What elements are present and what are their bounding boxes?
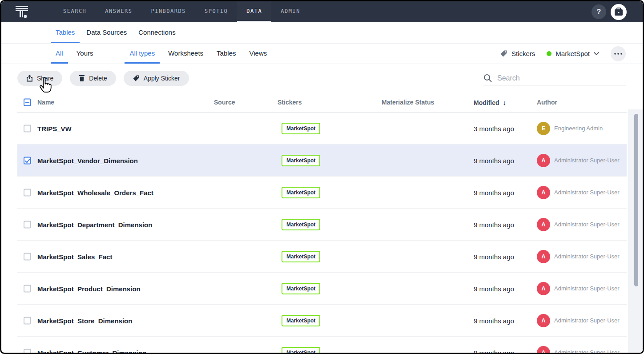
column-header-modified[interactable]: Modified ↓	[474, 99, 506, 106]
table-body: TRIPS_VW MarketSpot 3 months ago E Engin…	[17, 113, 627, 354]
scrollbar-thumb[interactable]	[634, 114, 638, 286]
table-row[interactable]: TRIPS_VW MarketSpot 3 months ago E Engin…	[17, 113, 627, 145]
sort-desc-arrow-icon[interactable]: ↓	[503, 99, 507, 106]
nav-item-search[interactable]: SEARCH	[54, 1, 96, 22]
row-checkbox[interactable]	[24, 317, 31, 324]
nav-item-data[interactable]: DATA	[237, 1, 271, 22]
sticker-filter-dropdown[interactable]: MarketSpot	[547, 50, 599, 57]
filter-yours[interactable]: Yours	[72, 44, 98, 64]
row-name[interactable]: MarketSpot_Customer_Dimension	[37, 349, 146, 354]
row-name[interactable]: MarketSpot_Product_Dimension	[37, 285, 141, 292]
sticker-badge: MarketSpot	[282, 155, 320, 166]
row-modified: 9 months ago	[474, 253, 514, 260]
nav-item-spotiq[interactable]: SPOTIQ	[195, 1, 237, 22]
user-avatar[interactable]	[611, 4, 627, 20]
table-row[interactable]: MarketSpot_Wholesale_Orders_Fact MarketS…	[17, 177, 627, 209]
table-row[interactable]: MarketSpot_Store_Dimension MarketSpot 9 …	[17, 305, 627, 337]
row-checkbox[interactable]	[24, 253, 31, 260]
app-window: SEARCH ANSWERS PINBOARDS SPOTIQ DATA ADM…	[0, 0, 644, 354]
tag-icon	[500, 50, 507, 57]
sticker-filter-label: MarketSpot	[555, 50, 590, 57]
row-author: E Engineering Admin	[537, 122, 603, 135]
search-icon	[483, 74, 492, 82]
filter-all[interactable]: All	[51, 44, 68, 64]
row-modified: 9 months ago	[474, 349, 514, 354]
tag-icon	[133, 75, 140, 82]
filter-tables[interactable]: Tables	[212, 44, 241, 64]
tab-tables[interactable]: Tables	[51, 22, 80, 43]
search-box	[483, 71, 626, 85]
author-name: Engineering Admin	[554, 125, 603, 132]
nav-item-answers[interactable]: ANSWERS	[96, 1, 141, 22]
search-input[interactable]	[497, 74, 626, 82]
filter-worksheets[interactable]: Worksheets	[163, 44, 208, 64]
author-avatar: A	[537, 314, 550, 327]
author-name: Administrator Super-User	[554, 317, 620, 324]
author-avatar: A	[537, 154, 550, 167]
column-header-name[interactable]: Name	[37, 99, 54, 106]
row-checkbox[interactable]	[24, 221, 31, 228]
tab-data-sources[interactable]: Data Sources	[81, 22, 132, 43]
ellipsis-icon	[614, 53, 622, 55]
row-modified: 9 months ago	[474, 285, 514, 292]
nav-item-admin[interactable]: ADMIN	[271, 1, 310, 22]
apply-sticker-label: Apply Sticker	[144, 75, 180, 82]
row-name[interactable]: MarketSpot_Sales_Fact	[37, 253, 112, 260]
row-modified: 9 months ago	[474, 157, 514, 164]
share-label: Share	[37, 75, 53, 82]
column-header-materialize-status[interactable]: Materialize Status	[382, 99, 434, 106]
delete-button[interactable]: Delete	[70, 71, 116, 86]
thoughtspot-logo-icon[interactable]	[14, 1, 31, 22]
column-header-stickers[interactable]: Stickers	[278, 99, 302, 106]
select-all-checkbox[interactable]	[24, 99, 31, 106]
top-nav: SEARCH ANSWERS PINBOARDS SPOTIQ DATA ADM…	[1, 1, 643, 22]
filter-right: Stickers MarketSpot	[500, 44, 643, 64]
row-name[interactable]: MarketSpot_Vendor_Dimension	[37, 157, 138, 164]
column-header-source[interactable]: Source	[214, 99, 235, 106]
row-name[interactable]: MarketSpot_Department_Dimension	[37, 221, 152, 228]
sticker-badge: MarketSpot	[282, 123, 320, 134]
row-checkbox[interactable]	[24, 125, 31, 132]
table-row[interactable]: MarketSpot_Sales_Fact MarketSpot 9 month…	[17, 241, 627, 273]
scrollbar-track[interactable]	[628, 109, 643, 353]
row-checkbox[interactable]	[24, 349, 31, 354]
row-name[interactable]: TRIPS_VW	[37, 125, 72, 132]
apply-sticker-button[interactable]: Apply Sticker	[124, 71, 189, 86]
ownership-filter-group: All Yours	[51, 44, 101, 64]
row-name[interactable]: MarketSpot_Wholesale_Orders_Fact	[37, 189, 153, 196]
tab-connections[interactable]: Connections	[133, 22, 180, 43]
share-button[interactable]: Share	[17, 71, 62, 86]
filter-views[interactable]: Views	[244, 44, 272, 64]
help-button[interactable]: ?	[592, 4, 606, 19]
row-checkbox[interactable]	[24, 189, 31, 196]
row-author: A Administrator Super-User	[537, 346, 620, 354]
row-modified: 9 months ago	[474, 221, 514, 228]
author-avatar: A	[537, 282, 550, 295]
row-checkbox[interactable]	[24, 285, 31, 292]
type-filter-group: All types Worksheets Tables Views	[125, 44, 275, 64]
author-name: Administrator Super-User	[554, 189, 620, 196]
author-avatar: A	[537, 250, 550, 263]
delete-label: Delete	[89, 75, 107, 82]
nav-right: ?	[592, 1, 643, 22]
table-row[interactable]: MarketSpot_Product_Dimension MarketSpot …	[17, 273, 627, 305]
column-header-author[interactable]: Author	[537, 99, 557, 106]
author-name: Administrator Super-User	[554, 349, 620, 354]
table-row[interactable]: MarketSpot_Department_Dimension MarketSp…	[17, 209, 627, 241]
row-author: A Administrator Super-User	[537, 314, 620, 327]
table-row[interactable]: MarketSpot_Vendor_Dimension MarketSpot 9…	[17, 145, 627, 177]
table-header-row: Name Source Stickers Materialize Status …	[17, 93, 627, 113]
sticker-badge: MarketSpot	[282, 283, 320, 294]
author-name: Administrator Super-User	[554, 253, 620, 260]
more-options-button[interactable]	[611, 46, 626, 61]
author-name: Administrator Super-User	[554, 285, 620, 292]
row-modified: 9 months ago	[474, 189, 514, 196]
row-name[interactable]: MarketSpot_Store_Dimension	[37, 317, 132, 324]
table-row[interactable]: MarketSpot_Customer_Dimension MarketSpot…	[17, 337, 627, 354]
nav-item-pinboards[interactable]: PINBOARDS	[141, 1, 195, 22]
tables-list: Name Source Stickers Materialize Status …	[17, 93, 627, 354]
filter-all-types[interactable]: All types	[125, 44, 160, 64]
row-checkbox[interactable]	[24, 157, 31, 164]
stickers-toggle[interactable]: Stickers	[500, 50, 535, 57]
row-author: A Administrator Super-User	[537, 154, 620, 167]
